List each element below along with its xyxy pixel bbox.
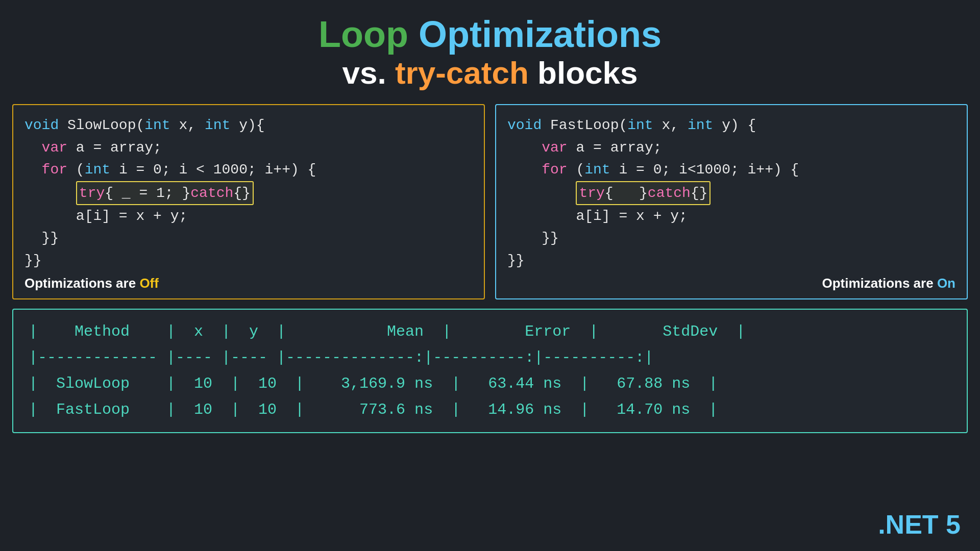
title-section: Loop Optimizations vs. try-catch blocks bbox=[0, 0, 980, 100]
title-line2: vs. try-catch blocks bbox=[0, 55, 980, 91]
left-code-block: void SlowLoop(int x, int y){ var a = arr… bbox=[24, 114, 473, 271]
title-blocks: blocks bbox=[529, 55, 638, 90]
opt-label-right-value: On bbox=[937, 276, 955, 291]
opt-label-left: Optimizations are Off bbox=[24, 276, 473, 291]
opt-label-right: Optimizations are On bbox=[507, 276, 955, 291]
opt-label-left-static: Optimizations are bbox=[24, 276, 139, 291]
opt-label-left-value: Off bbox=[139, 276, 159, 291]
benchmark-container: | Method | x | y | Mean | Error | StdDev… bbox=[12, 309, 968, 433]
right-code-panel: void FastLoop(int x, int y) { var a = ar… bbox=[495, 104, 968, 299]
panels-row: void SlowLoop(int x, int y){ var a = arr… bbox=[0, 104, 980, 299]
title-loop: Loop bbox=[318, 14, 408, 55]
title-line1: Loop Optimizations bbox=[0, 14, 980, 55]
title-optimizations: Optimizations bbox=[408, 14, 662, 55]
title-vs: vs. bbox=[342, 55, 395, 90]
left-code-panel: void SlowLoop(int x, int y){ var a = arr… bbox=[12, 104, 485, 299]
title-trycatch: try-catch bbox=[395, 55, 529, 90]
right-code-block: void FastLoop(int x, int y) { var a = ar… bbox=[507, 114, 955, 271]
benchmark-table: | Method | x | y | Mean | Error | StdDev… bbox=[29, 319, 951, 423]
opt-label-right-static: Optimizations are bbox=[822, 276, 937, 291]
net5-label: .NET 5 bbox=[878, 509, 961, 540]
